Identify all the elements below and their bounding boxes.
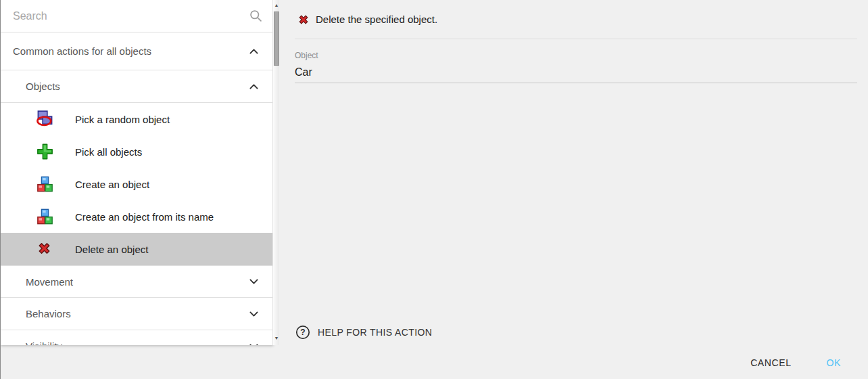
help-button[interactable]: ? HELP FOR THIS ACTION	[295, 325, 432, 340]
list-item-label: Create an object from its name	[1, 211, 214, 223]
search-icon	[249, 9, 263, 23]
scrollbar-thumb[interactable]	[274, 12, 279, 66]
list-item-label: Delete an object	[1, 244, 148, 255]
create-object-icon	[36, 175, 54, 194]
list-item-create-object-from-name[interactable]: Create an object from its name	[1, 200, 273, 233]
group-movement[interactable]: Movement	[1, 265, 273, 298]
action-editor-panel: Delete the specified object. Object Car …	[279, 0, 868, 347]
svg-text:?: ?	[300, 328, 305, 337]
group-objects[interactable]: Objects	[1, 70, 273, 103]
group-label: Visibility	[26, 340, 62, 345]
list-item-label: Pick a random object	[1, 114, 170, 125]
scrollbar-up-arrow[interactable]: ▲	[273, 1, 280, 10]
list-item-label: Pick all objects	[1, 146, 142, 158]
delete-object-icon	[36, 240, 54, 259]
group-visibility[interactable]: Visibility	[1, 330, 273, 345]
object-field-input[interactable]: Car	[295, 66, 857, 83]
chevron-up-icon	[248, 45, 260, 57]
create-object-from-name-icon	[36, 208, 54, 226]
sidebar-scrollbar[interactable]: ▲ ▼	[272, 0, 279, 345]
delete-cross-icon	[297, 13, 310, 26]
list-item-delete-object[interactable]: Delete an object	[1, 233, 273, 265]
group-label: Movement	[26, 276, 73, 288]
object-parameter-field: Object Car	[295, 51, 857, 83]
chevron-down-icon	[248, 276, 260, 288]
chevron-up-icon	[248, 81, 260, 92]
ok-button[interactable]: OK	[813, 351, 854, 375]
list-item-pick-random-object[interactable]: Pick a random object	[1, 103, 273, 135]
cancel-button[interactable]: CANCEL	[737, 351, 804, 375]
action-header: Delete the specified object.	[279, 0, 868, 39]
chevron-down-icon	[248, 308, 260, 319]
list-item-create-object[interactable]: Create an object	[1, 168, 273, 200]
search-input[interactable]	[1, 0, 273, 32]
dialog-footer: CANCEL OK	[1, 347, 868, 379]
object-field-label: Object	[295, 51, 857, 60]
scrollbar-down-arrow[interactable]: ▼	[273, 334, 280, 343]
header-divider	[295, 39, 857, 39]
pick-random-object-icon	[36, 110, 54, 129]
pick-all-objects-icon	[36, 143, 54, 161]
group-common-actions[interactable]: Common actions for all objects	[1, 32, 273, 70]
group-label: Behaviors	[26, 308, 71, 319]
chevron-down-icon	[248, 340, 260, 345]
help-icon: ?	[295, 325, 310, 340]
help-button-label: HELP FOR THIS ACTION	[318, 327, 432, 338]
group-behaviors[interactable]: Behaviors	[1, 298, 273, 330]
list-item-label: Create an object	[1, 179, 149, 190]
search-bar	[1, 0, 273, 32]
action-list-sidebar: Common actions for all objects Objects	[1, 0, 273, 345]
group-label: Common actions for all objects	[13, 45, 151, 57]
group-label: Objects	[26, 81, 60, 92]
action-title: Delete the specified object.	[316, 14, 437, 25]
list-item-pick-all-objects[interactable]: Pick all objects	[1, 135, 273, 168]
